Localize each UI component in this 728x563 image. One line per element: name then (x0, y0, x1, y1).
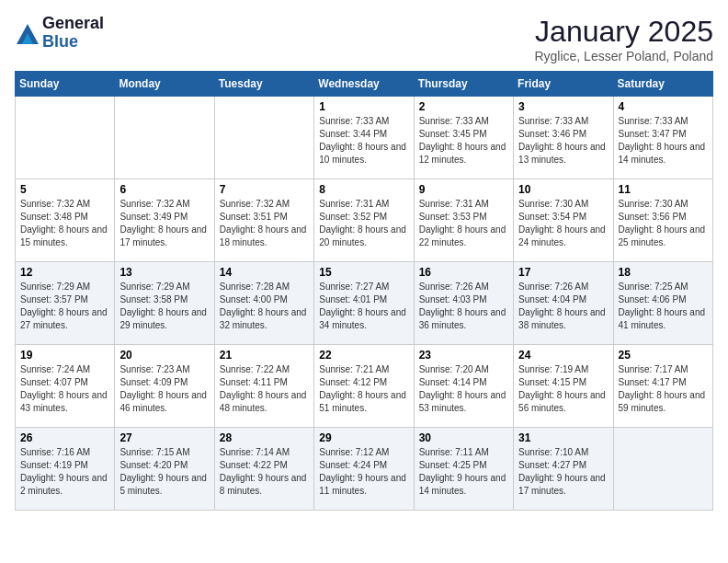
day-info: Sunrise: 7:26 AM Sunset: 4:03 PM Dayligh… (419, 281, 508, 332)
day-info: Sunrise: 7:33 AM Sunset: 3:44 PM Dayligh… (319, 115, 408, 167)
day-cell: 16Sunrise: 7:26 AM Sunset: 4:03 PM Dayli… (414, 262, 513, 345)
day-info: Sunrise: 7:10 AM Sunset: 4:27 PM Dayligh… (518, 446, 608, 498)
day-cell: 10Sunrise: 7:30 AM Sunset: 3:54 PM Dayli… (514, 179, 613, 262)
day-info: Sunrise: 7:16 AM Sunset: 4:19 PM Dayligh… (20, 446, 109, 498)
day-number: 27 (119, 431, 209, 444)
day-cell: 21Sunrise: 7:22 AM Sunset: 4:11 PM Dayli… (214, 345, 313, 428)
day-number: 4 (619, 100, 708, 113)
day-number: 25 (619, 349, 708, 362)
day-info: Sunrise: 7:22 AM Sunset: 4:11 PM Dayligh… (220, 363, 309, 415)
day-info: Sunrise: 7:17 AM Sunset: 4:17 PM Dayligh… (619, 363, 708, 415)
day-cell: 12Sunrise: 7:29 AM Sunset: 3:57 PM Dayli… (16, 262, 115, 345)
day-cell: 9Sunrise: 7:31 AM Sunset: 3:53 PM Daylig… (414, 179, 513, 262)
day-info: Sunrise: 7:31 AM Sunset: 3:53 PM Dayligh… (419, 198, 508, 249)
day-cell (115, 97, 214, 179)
day-number: 8 (319, 183, 408, 196)
day-cell: 24Sunrise: 7:19 AM Sunset: 4:15 PM Dayli… (514, 345, 613, 428)
day-info: Sunrise: 7:32 AM Sunset: 3:48 PM Dayligh… (20, 198, 109, 249)
day-info: Sunrise: 7:11 AM Sunset: 4:25 PM Dayligh… (419, 446, 508, 498)
day-info: Sunrise: 7:30 AM Sunset: 3:56 PM Dayligh… (619, 198, 708, 249)
weekday-header-sunday: Sunday (16, 72, 115, 97)
weekday-header-saturday: Saturday (613, 72, 712, 97)
day-number: 30 (419, 431, 508, 444)
day-info: Sunrise: 7:24 AM Sunset: 4:07 PM Dayligh… (20, 363, 109, 415)
month-title: January 2025 (534, 15, 713, 49)
day-cell: 20Sunrise: 7:23 AM Sunset: 4:09 PM Dayli… (115, 345, 214, 428)
day-cell: 8Sunrise: 7:31 AM Sunset: 3:52 PM Daylig… (314, 179, 414, 262)
day-number: 13 (119, 266, 209, 279)
calendar: SundayMondayTuesdayWednesdayThursdayFrid… (15, 71, 713, 511)
day-info: Sunrise: 7:29 AM Sunset: 3:58 PM Dayligh… (119, 281, 209, 332)
weekday-header-tuesday: Tuesday (214, 72, 313, 97)
logo-general: General (42, 15, 104, 33)
day-info: Sunrise: 7:27 AM Sunset: 4:01 PM Dayligh… (319, 281, 408, 332)
day-cell: 18Sunrise: 7:25 AM Sunset: 4:06 PM Dayli… (613, 262, 712, 345)
day-info: Sunrise: 7:23 AM Sunset: 4:09 PM Dayligh… (119, 363, 209, 415)
day-number: 16 (419, 266, 508, 279)
day-number: 29 (319, 431, 408, 444)
day-cell: 30Sunrise: 7:11 AM Sunset: 4:25 PM Dayli… (414, 428, 513, 511)
day-number: 2 (419, 100, 508, 113)
logo-icon (15, 20, 40, 46)
day-cell (214, 97, 313, 179)
day-info: Sunrise: 7:29 AM Sunset: 3:57 PM Dayligh… (20, 281, 109, 332)
day-info: Sunrise: 7:15 AM Sunset: 4:20 PM Dayligh… (119, 446, 209, 498)
day-number: 7 (220, 183, 309, 196)
day-info: Sunrise: 7:33 AM Sunset: 3:47 PM Dayligh… (619, 115, 708, 167)
week-row-1: 1Sunrise: 7:33 AM Sunset: 3:44 PM Daylig… (16, 97, 713, 179)
day-number: 11 (619, 183, 708, 196)
day-cell (613, 428, 712, 511)
day-number: 17 (518, 266, 608, 279)
logo-text: General Blue (42, 15, 104, 52)
week-row-3: 12Sunrise: 7:29 AM Sunset: 3:57 PM Dayli… (16, 262, 713, 345)
day-cell: 15Sunrise: 7:27 AM Sunset: 4:01 PM Dayli… (314, 262, 414, 345)
day-info: Sunrise: 7:33 AM Sunset: 3:46 PM Dayligh… (518, 115, 608, 167)
day-cell: 11Sunrise: 7:30 AM Sunset: 3:56 PM Dayli… (613, 179, 712, 262)
day-cell: 28Sunrise: 7:14 AM Sunset: 4:22 PM Dayli… (214, 428, 313, 511)
day-cell: 26Sunrise: 7:16 AM Sunset: 4:19 PM Dayli… (16, 428, 115, 511)
day-number: 6 (119, 183, 209, 196)
day-cell: 1Sunrise: 7:33 AM Sunset: 3:44 PM Daylig… (314, 97, 414, 179)
logo: General Blue (15, 15, 104, 52)
day-info: Sunrise: 7:33 AM Sunset: 3:45 PM Dayligh… (419, 115, 508, 167)
day-number: 26 (20, 431, 109, 444)
day-number: 9 (419, 183, 508, 196)
day-number: 18 (619, 266, 708, 279)
day-cell: 7Sunrise: 7:32 AM Sunset: 3:51 PM Daylig… (214, 179, 313, 262)
location-title: Ryglice, Lesser Poland, Poland (534, 49, 713, 63)
day-cell: 31Sunrise: 7:10 AM Sunset: 4:27 PM Dayli… (514, 428, 613, 511)
day-cell: 19Sunrise: 7:24 AM Sunset: 4:07 PM Dayli… (16, 345, 115, 428)
day-cell: 6Sunrise: 7:32 AM Sunset: 3:49 PM Daylig… (115, 179, 214, 262)
day-info: Sunrise: 7:26 AM Sunset: 4:04 PM Dayligh… (518, 281, 608, 332)
day-cell: 29Sunrise: 7:12 AM Sunset: 4:24 PM Dayli… (314, 428, 414, 511)
week-row-5: 26Sunrise: 7:16 AM Sunset: 4:19 PM Dayli… (16, 428, 713, 511)
day-number: 21 (220, 349, 309, 362)
day-cell: 27Sunrise: 7:15 AM Sunset: 4:20 PM Dayli… (115, 428, 214, 511)
day-number: 24 (518, 349, 608, 362)
day-number: 15 (319, 266, 408, 279)
weekday-header-wednesday: Wednesday (314, 72, 414, 97)
day-cell: 22Sunrise: 7:21 AM Sunset: 4:12 PM Dayli… (314, 345, 414, 428)
day-number: 14 (220, 266, 309, 279)
day-info: Sunrise: 7:14 AM Sunset: 4:22 PM Dayligh… (220, 446, 309, 498)
day-info: Sunrise: 7:19 AM Sunset: 4:15 PM Dayligh… (518, 363, 608, 415)
day-cell: 14Sunrise: 7:28 AM Sunset: 4:00 PM Dayli… (214, 262, 313, 345)
day-cell: 3Sunrise: 7:33 AM Sunset: 3:46 PM Daylig… (514, 97, 613, 179)
day-cell (16, 97, 115, 179)
day-cell: 23Sunrise: 7:20 AM Sunset: 4:14 PM Dayli… (414, 345, 513, 428)
day-info: Sunrise: 7:12 AM Sunset: 4:24 PM Dayligh… (319, 446, 408, 498)
day-info: Sunrise: 7:31 AM Sunset: 3:52 PM Dayligh… (319, 198, 408, 249)
day-info: Sunrise: 7:20 AM Sunset: 4:14 PM Dayligh… (419, 363, 508, 415)
day-number: 5 (20, 183, 109, 196)
day-info: Sunrise: 7:25 AM Sunset: 4:06 PM Dayligh… (619, 281, 708, 332)
day-info: Sunrise: 7:21 AM Sunset: 4:12 PM Dayligh… (319, 363, 408, 415)
day-number: 3 (518, 100, 608, 113)
day-cell: 4Sunrise: 7:33 AM Sunset: 3:47 PM Daylig… (613, 97, 712, 179)
day-cell: 25Sunrise: 7:17 AM Sunset: 4:17 PM Dayli… (613, 345, 712, 428)
day-cell: 13Sunrise: 7:29 AM Sunset: 3:58 PM Dayli… (115, 262, 214, 345)
day-number: 23 (419, 349, 508, 362)
weekday-header-row: SundayMondayTuesdayWednesdayThursdayFrid… (16, 72, 713, 97)
page-header: General Blue January 2025 Ryglice, Lesse… (15, 15, 713, 63)
weekday-header-thursday: Thursday (414, 72, 513, 97)
logo-blue: Blue (42, 33, 104, 52)
